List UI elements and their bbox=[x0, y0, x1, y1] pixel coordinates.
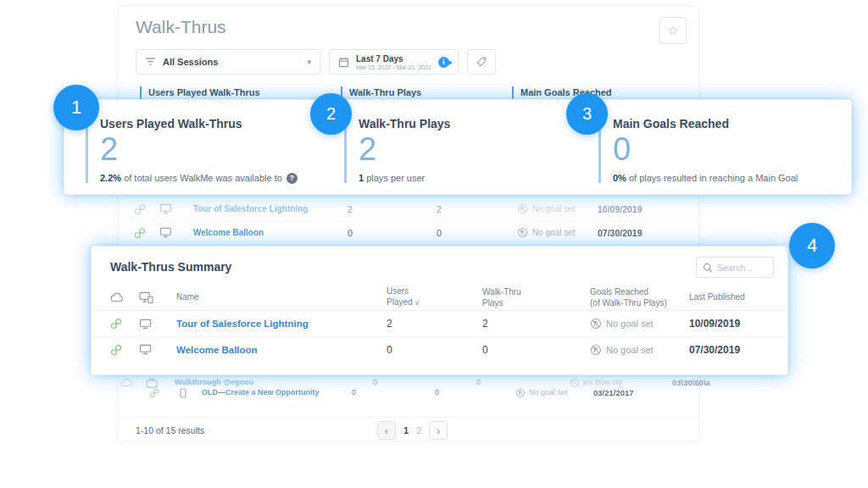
phone-icon bbox=[180, 388, 186, 398]
calendar-icon bbox=[338, 57, 349, 68]
users-played-value: 2 bbox=[387, 318, 482, 330]
help-icon[interactable]: ? bbox=[287, 173, 298, 184]
goal-status-text: No goal set bbox=[532, 204, 576, 214]
table-row: OLD—Create a New Opportunity 0 0 No goal… bbox=[0, 388, 868, 400]
stat-header-walkthru-plays: Walk-Thru Plays bbox=[341, 86, 421, 99]
metric-note: 0% of plays resulted in reaching a Main … bbox=[613, 173, 840, 183]
callout-badge-4: 4 bbox=[789, 223, 835, 269]
table-row[interactable]: Tour of Salesforce Lightning 2 2 No goal… bbox=[92, 311, 787, 336]
metrics-overview-card: Users Played Walk-Thrus 2 2.2% of total … bbox=[64, 99, 852, 195]
filter-funnel-icon bbox=[145, 57, 156, 67]
metric-note: 1 plays per user bbox=[359, 173, 581, 183]
table-row[interactable]: Tour of Salesforce Lightning 2 2 No goal… bbox=[119, 197, 698, 220]
metric-title: Main Goals Reached bbox=[613, 117, 840, 130]
walkthru-plays-value: 0 bbox=[482, 344, 590, 356]
column-header-users-played[interactable]: Users Played ∨ bbox=[387, 286, 482, 308]
goal-status-text: jes Bow raz bbox=[583, 378, 623, 386]
table-row[interactable]: Welcome Balloon 0 0 No goal set 07/30/20… bbox=[92, 336, 787, 362]
goal-status-text: No goal set bbox=[532, 228, 576, 237]
walkthru-name-link[interactable]: Welcome Balloon bbox=[176, 345, 387, 355]
no-goal-icon bbox=[517, 203, 528, 214]
summary-title: Walk-Thrus Summary bbox=[110, 260, 231, 274]
last-published-value: 10/09/2019 bbox=[598, 204, 698, 214]
next-page-button[interactable]: › bbox=[429, 421, 448, 440]
column-header-goals-reached[interactable]: Goals Reached (of Walk-Thru Plays) bbox=[590, 286, 689, 308]
walkthru-plays-value: 0 bbox=[437, 228, 517, 238]
callout-badge-2: 2 bbox=[310, 93, 352, 135]
monitor-icon bbox=[139, 344, 176, 355]
screenshot-canvas: Walk-Thrus ☆ All Sessions ▾ Last 7 Days … bbox=[0, 0, 868, 488]
favorite-button[interactable]: ☆ bbox=[659, 17, 687, 44]
results-count: 1-10 of 15 results bbox=[136, 425, 204, 435]
column-header-last-published[interactable]: Last Published bbox=[689, 291, 769, 302]
callout-badge-1: 1 bbox=[53, 85, 99, 130]
monitor-icon bbox=[139, 319, 176, 330]
cloud-icon bbox=[110, 292, 139, 302]
metric-value: 2 bbox=[359, 133, 581, 167]
last-published-value: 07/30/2019 bbox=[598, 228, 698, 238]
column-header-walkthru-plays[interactable]: Walk-Thru Plays bbox=[482, 286, 590, 308]
filter-bar: All Sessions ▾ Last 7 Days Mar 15, 2022 … bbox=[136, 49, 496, 75]
page-title: Walk-Thrus bbox=[136, 17, 226, 37]
search-box[interactable] bbox=[696, 257, 774, 278]
page-1-button[interactable]: 1 bbox=[403, 425, 409, 435]
tags-filter-button[interactable] bbox=[467, 49, 496, 75]
no-goal-icon bbox=[517, 227, 528, 238]
chevron-down-icon: ▾ bbox=[307, 58, 311, 66]
tag-icon bbox=[476, 56, 487, 68]
sort-descending-icon: ∨ bbox=[415, 299, 420, 307]
search-input[interactable] bbox=[717, 263, 767, 273]
pagination-bar: 1-10 of 15 results ‹ 1 2 › bbox=[119, 417, 698, 442]
page-2-button[interactable]: 2 bbox=[416, 425, 421, 435]
metric-title: Users Played Walk-Thrus bbox=[100, 117, 336, 130]
walkthru-name-link[interactable]: Tour of Salesforce Lightning bbox=[176, 319, 387, 329]
column-header-name[interactable]: Name bbox=[176, 291, 387, 302]
walkme-insights-page: Walk-Thrus ☆ All Sessions ▾ Last 7 Days … bbox=[119, 7, 698, 441]
date-range-label: Last 7 Days bbox=[356, 54, 431, 64]
users-played-value: 0 bbox=[387, 344, 482, 356]
link-icon bbox=[134, 203, 159, 215]
summary-table-header: Name Users Played ∨ Walk-Thru Plays Goal… bbox=[92, 284, 787, 311]
date-range-text: Last 7 Days Mar 15, 2022 - Mar 21, 2022 bbox=[356, 54, 431, 70]
stat-header-users-played: Users Played Walk-Thrus bbox=[140, 86, 260, 99]
last-published-value: 03/21/2017 bbox=[593, 388, 634, 397]
chevron-left-icon: ‹ bbox=[385, 424, 388, 437]
metric-value: 0 bbox=[613, 133, 840, 167]
link-icon bbox=[110, 344, 139, 356]
walkthru-name-link[interactable]: Walkthrough @egoou bbox=[175, 378, 253, 386]
chevron-right-icon: › bbox=[437, 424, 440, 437]
metric-walkthru-plays: Walk-Thru Plays 2 1 plays per user bbox=[344, 117, 581, 183]
last-published-value: 03\30\50\a bbox=[672, 378, 710, 387]
no-goal-icon bbox=[515, 388, 526, 398]
users-played-value: 0 bbox=[373, 378, 377, 386]
date-range-picker[interactable]: Last 7 Days Mar 15, 2022 - Mar 21, 2022 … bbox=[329, 49, 459, 75]
sessions-filter-dropdown[interactable]: All Sessions ▾ bbox=[136, 49, 320, 75]
no-goal-icon bbox=[570, 378, 580, 388]
prev-page-button[interactable]: ‹ bbox=[377, 421, 396, 440]
date-range-value: Mar 15, 2022 - Mar 21, 2022 bbox=[356, 64, 431, 70]
users-played-value: 2 bbox=[348, 204, 437, 214]
walkthru-name-link[interactable]: Welcome Balloon bbox=[193, 228, 348, 237]
metric-note: 2.2% of total users WalkMe was available… bbox=[100, 173, 336, 184]
sessions-filter-label: All Sessions bbox=[163, 57, 300, 67]
users-played-value: 0 bbox=[352, 388, 356, 396]
goal-status-text: No goal set bbox=[529, 388, 568, 396]
metric-title: Walk-Thru Plays bbox=[359, 117, 581, 130]
walkthru-name-link[interactable]: OLD—Create a New Opportunity bbox=[202, 388, 320, 396]
no-goal-icon bbox=[590, 344, 602, 356]
pager: ‹ 1 2 › bbox=[377, 421, 448, 440]
goal-status-text: No goal set bbox=[606, 319, 654, 329]
no-goal-icon bbox=[590, 318, 602, 330]
link-icon bbox=[134, 227, 159, 239]
table-row[interactable]: Welcome Balloon 0 0 No goal set 07/30/20… bbox=[119, 220, 698, 244]
search-icon bbox=[703, 263, 713, 273]
info-icon[interactable]: i bbox=[438, 57, 449, 68]
star-icon: ☆ bbox=[667, 23, 678, 38]
walkthru-name-link[interactable]: Tour of Salesforce Lightning bbox=[193, 204, 348, 214]
last-published-value: 07/30/2019 bbox=[689, 344, 769, 356]
walkthrus-summary-card: Walk-Thrus Summary Name Users Played ∨ W… bbox=[91, 246, 788, 375]
monitor-icon bbox=[159, 227, 193, 238]
devices-icon bbox=[139, 291, 176, 303]
metric-value: 2 bbox=[100, 133, 336, 167]
walkthru-plays-value: 0 bbox=[476, 378, 481, 386]
